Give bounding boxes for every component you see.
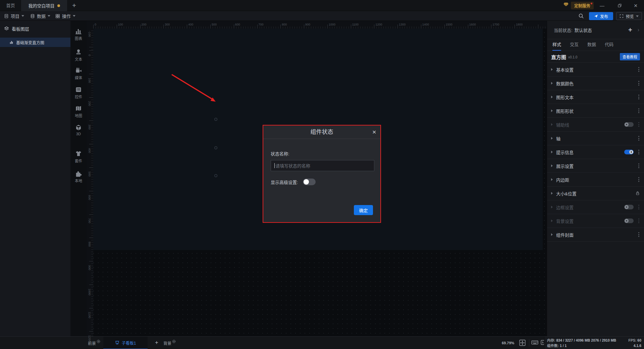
screen-icon <box>115 341 119 345</box>
asset-tab-text[interactable]: 文本 <box>70 49 87 62</box>
section-label: 辅助线 <box>556 121 569 128</box>
section-menu-icon[interactable] <box>638 177 640 183</box>
board-tab-sub1[interactable]: 子看板1 <box>103 337 148 349</box>
section-padding[interactable]: 内边距 <box>547 173 644 187</box>
section-menu-icon[interactable] <box>638 121 640 128</box>
section-toggle[interactable] <box>624 205 634 209</box>
background-group[interactable]: 背景 <box>163 337 176 349</box>
menu-data[interactable]: 数据 <box>30 11 50 21</box>
toggle-knob <box>304 179 309 185</box>
selection-handle[interactable] <box>214 146 217 149</box>
section-menu-icon[interactable] <box>638 204 640 210</box>
dialog-close-button[interactable]: ✕ <box>372 126 376 139</box>
section-background-settings[interactable]: 背景设置 <box>547 214 644 228</box>
customize-service-button[interactable]: 定制服务 <box>571 2 594 9</box>
asset-tab-widgets[interactable]: 控件 <box>70 86 87 99</box>
section-axis[interactable]: 轴 <box>547 132 644 145</box>
new-tab-button[interactable]: + <box>69 0 79 11</box>
chart-icon <box>75 28 82 35</box>
asset-tab-local[interactable]: 本地 <box>70 170 87 183</box>
add-state-button[interactable]: + <box>628 26 632 34</box>
confirm-button[interactable]: 确定 <box>354 205 373 215</box>
section-menu-icon[interactable] <box>638 163 640 169</box>
section-menu-icon[interactable] <box>638 94 640 100</box>
selection-handle[interactable] <box>214 174 217 177</box>
fit-canvas-icon[interactable] <box>519 340 526 346</box>
section-menu-icon[interactable] <box>638 218 640 224</box>
tab-交互[interactable]: 交互 <box>570 41 579 51</box>
section-menu-icon[interactable] <box>638 80 640 86</box>
section-label: 提示信息 <box>556 149 574 155</box>
section-tooltip[interactable]: 提示信息 <box>547 145 644 159</box>
window-close-button[interactable]: ✕ <box>628 0 643 11</box>
h-ruler-label: 1300 <box>399 23 406 26</box>
window-maximize-button[interactable] <box>612 0 627 11</box>
settings-panel: 当前状态: 默认状态 + › 样式交互数据代码 直方图 v0.1.0 查看教程 … <box>547 21 644 336</box>
tab-样式[interactable]: 样式 <box>552 41 561 51</box>
menubar: 项目 数据 操作 发布 预览 <box>0 11 644 21</box>
v-ruler-label: 600 <box>88 195 91 200</box>
tab-home[interactable]: 首页 <box>0 0 21 11</box>
tab-数据[interactable]: 数据 <box>587 41 596 51</box>
section-menu-icon[interactable] <box>638 232 640 238</box>
publish-button[interactable]: 发布 <box>589 12 613 20</box>
section-menu-icon[interactable] <box>638 66 640 72</box>
section-graphic-shape[interactable]: 图形形状 <box>547 104 644 118</box>
add-foreground-icon[interactable] <box>97 340 100 343</box>
selection-handle[interactable] <box>214 118 217 121</box>
v-ruler-label: -100 <box>88 31 91 37</box>
section-basic-settings[interactable]: 基本设置 <box>547 63 644 77</box>
tab-current-project[interactable]: 我的空白项目 <box>21 0 67 11</box>
tab-代码[interactable]: 代码 <box>605 41 613 51</box>
v-ruler-label: 100 <box>88 78 91 83</box>
section-toggle[interactable] <box>624 122 634 127</box>
section-menu-icon[interactable] <box>638 149 640 155</box>
caret-right-icon <box>551 123 553 126</box>
asset-tab-kit[interactable]: 套件 <box>70 150 87 163</box>
section-menu-icon[interactable] <box>638 108 640 114</box>
menu-actions-label: 操作 <box>62 13 71 19</box>
section-component-cover[interactable]: 组件封面 <box>547 228 644 242</box>
section-toggle[interactable] <box>624 218 634 223</box>
caret-right-icon <box>551 109 553 112</box>
menu-project[interactable]: 项目 <box>4 11 24 21</box>
asset-tab-charts[interactable]: 图表 <box>70 28 87 41</box>
add-board-button[interactable]: + <box>152 337 162 349</box>
expand-states-button[interactable]: › <box>638 27 639 33</box>
asset-tab-map[interactable]: 地图 <box>70 105 87 118</box>
section-menu-icon[interactable] <box>638 135 640 141</box>
advanced-settings-toggle[interactable] <box>303 179 316 185</box>
section-guide-lines[interactable]: 辅助线 <box>547 118 644 132</box>
layer-item-histogram[interactable]: 基础渐变直方图 <box>0 38 70 47</box>
state-name-input[interactable]: 请填写状态的名称 <box>271 160 374 171</box>
memory-value: 834 / 3227 / 4096 MB 2076 / 2910 MB <box>556 338 616 342</box>
window-minimize-button[interactable]: — <box>594 0 610 11</box>
zoom-percentage[interactable]: 69.79% <box>502 337 514 349</box>
keyboard-shortcuts-icon[interactable] <box>531 340 538 345</box>
h-ruler-label: 1400 <box>422 23 429 26</box>
board-tab-label: 子看板1 <box>122 340 136 346</box>
view-tutorial-button[interactable]: 查看教程 <box>620 53 640 60</box>
asset-tab-3d[interactable]: 3D <box>70 124 87 136</box>
section-data-colors[interactable]: 数据颜色 <box>547 77 644 90</box>
section-display-settings[interactable]: 展示设置 <box>547 159 644 173</box>
menu-actions[interactable]: 操作 <box>55 11 75 21</box>
section-graphic-text[interactable]: 图形文本 <box>547 90 644 104</box>
memory-label: 内存: <box>547 338 555 342</box>
component-state-dialog: 组件状态 ✕ 状态名称: 请填写状态的名称 显示高级设置: 确定 <box>263 125 381 223</box>
section-border-settings[interactable]: 边框设置 <box>547 200 644 214</box>
h-ruler-label: 700 <box>259 23 264 26</box>
asset-tab-media[interactable]: 媒体 <box>70 67 87 80</box>
lock-icon[interactable] <box>635 191 640 196</box>
asset-tab-label: 文本 <box>75 56 82 62</box>
canvas-area[interactable]: 0100200300400500600700800900100011001200… <box>87 21 547 336</box>
section-size-position[interactable]: 大小&位置 <box>547 187 644 200</box>
section-label: 图形形状 <box>556 108 574 114</box>
search-icon[interactable] <box>578 13 584 19</box>
add-background-icon[interactable] <box>172 340 176 343</box>
section-toggle[interactable] <box>624 150 634 154</box>
caret-right-icon <box>551 82 553 85</box>
v-ruler-label: 700 <box>88 218 91 223</box>
preview-button[interactable]: 预览 <box>616 12 642 20</box>
document-icon <box>4 14 9 18</box>
